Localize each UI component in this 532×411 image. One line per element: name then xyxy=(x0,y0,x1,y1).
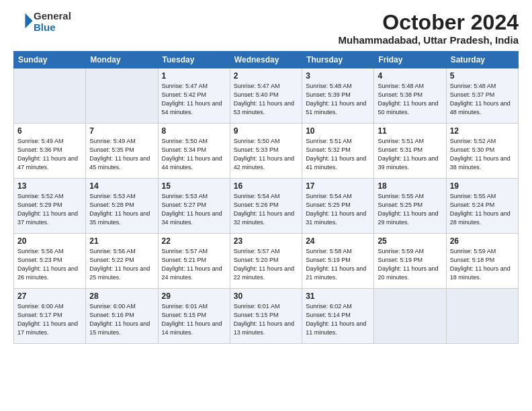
logo: General Blue xyxy=(13,11,71,33)
calendar-week-row: 20 Sunrise: 5:56 AM Sunset: 5:23 PM Dayl… xyxy=(14,234,519,289)
day-number: 14 xyxy=(89,181,154,191)
weekday-header: Thursday xyxy=(302,52,374,68)
calendar-cell: 11 Sunrise: 5:51 AM Sunset: 5:31 PM Dayl… xyxy=(374,124,446,179)
cell-info: Sunrise: 5:51 AM Sunset: 5:31 PM Dayligh… xyxy=(378,137,442,172)
cell-info: Sunrise: 5:56 AM Sunset: 5:22 PM Dayligh… xyxy=(89,247,154,282)
day-number: 29 xyxy=(162,291,226,301)
calendar-cell xyxy=(86,68,158,124)
calendar-cell: 31 Sunrise: 6:02 AM Sunset: 5:14 PM Dayl… xyxy=(302,289,374,344)
weekday-header: Tuesday xyxy=(158,52,230,68)
cell-info: Sunrise: 5:54 AM Sunset: 5:26 PM Dayligh… xyxy=(234,192,298,227)
calendar-cell: 24 Sunrise: 5:58 AM Sunset: 5:19 PM Dayl… xyxy=(302,234,374,289)
day-number: 19 xyxy=(450,181,515,191)
calendar-cell: 20 Sunrise: 5:56 AM Sunset: 5:23 PM Dayl… xyxy=(14,234,86,289)
calendar-cell: 30 Sunrise: 6:01 AM Sunset: 5:15 PM Dayl… xyxy=(230,289,302,344)
day-number: 7 xyxy=(89,126,154,136)
day-number: 3 xyxy=(306,71,370,81)
cell-info: Sunrise: 5:57 AM Sunset: 5:21 PM Dayligh… xyxy=(162,247,226,282)
weekday-header: Wednesday xyxy=(230,52,302,68)
cell-info: Sunrise: 5:48 AM Sunset: 5:37 PM Dayligh… xyxy=(450,82,515,117)
calendar-cell: 17 Sunrise: 5:54 AM Sunset: 5:25 PM Dayl… xyxy=(302,179,374,234)
calendar-cell: 9 Sunrise: 5:50 AM Sunset: 5:33 PM Dayli… xyxy=(230,124,302,179)
day-number: 26 xyxy=(450,236,515,246)
day-number: 11 xyxy=(378,126,442,136)
cell-info: Sunrise: 5:59 AM Sunset: 5:18 PM Dayligh… xyxy=(450,247,515,282)
calendar-cell xyxy=(446,289,518,344)
logo-icon xyxy=(15,11,34,30)
day-number: 24 xyxy=(306,236,370,246)
svg-marker-0 xyxy=(25,13,32,28)
cell-info: Sunrise: 5:56 AM Sunset: 5:23 PM Dayligh… xyxy=(17,247,82,282)
calendar-cell: 3 Sunrise: 5:48 AM Sunset: 5:39 PM Dayli… xyxy=(302,68,374,124)
cell-info: Sunrise: 6:02 AM Sunset: 5:14 PM Dayligh… xyxy=(306,302,370,337)
cell-info: Sunrise: 6:00 AM Sunset: 5:17 PM Dayligh… xyxy=(17,302,82,337)
day-number: 2 xyxy=(234,71,298,81)
calendar-cell: 14 Sunrise: 5:53 AM Sunset: 5:28 PM Dayl… xyxy=(86,179,158,234)
day-number: 12 xyxy=(450,126,515,136)
cell-info: Sunrise: 5:55 AM Sunset: 5:24 PM Dayligh… xyxy=(450,192,515,227)
day-number: 20 xyxy=(17,236,82,246)
cell-info: Sunrise: 5:47 AM Sunset: 5:42 PM Dayligh… xyxy=(162,82,226,117)
logo-blue: Blue xyxy=(34,22,71,34)
cell-info: Sunrise: 5:52 AM Sunset: 5:30 PM Dayligh… xyxy=(450,137,515,172)
day-number: 28 xyxy=(89,291,154,301)
calendar-cell: 15 Sunrise: 5:53 AM Sunset: 5:27 PM Dayl… xyxy=(158,179,230,234)
calendar-week-row: 6 Sunrise: 5:49 AM Sunset: 5:36 PM Dayli… xyxy=(14,124,519,179)
day-number: 18 xyxy=(378,181,442,191)
calendar-cell: 18 Sunrise: 5:55 AM Sunset: 5:25 PM Dayl… xyxy=(374,179,446,234)
calendar-cell: 13 Sunrise: 5:52 AM Sunset: 5:29 PM Dayl… xyxy=(14,179,86,234)
day-number: 17 xyxy=(306,181,370,191)
day-number: 30 xyxy=(234,291,298,301)
calendar-cell: 1 Sunrise: 5:47 AM Sunset: 5:42 PM Dayli… xyxy=(158,68,230,124)
day-number: 8 xyxy=(162,126,226,136)
cell-info: Sunrise: 5:49 AM Sunset: 5:36 PM Dayligh… xyxy=(17,137,82,172)
cell-info: Sunrise: 5:48 AM Sunset: 5:39 PM Dayligh… xyxy=(306,82,370,117)
day-number: 16 xyxy=(234,181,298,191)
calendar-cell: 16 Sunrise: 5:54 AM Sunset: 5:26 PM Dayl… xyxy=(230,179,302,234)
header: General Blue October 2024 Muhammadabad, … xyxy=(13,11,519,46)
month-title: October 2024 xyxy=(339,11,519,34)
calendar-week-row: 27 Sunrise: 6:00 AM Sunset: 5:17 PM Dayl… xyxy=(14,289,519,344)
calendar-cell: 27 Sunrise: 6:00 AM Sunset: 5:17 PM Dayl… xyxy=(14,289,86,344)
cell-info: Sunrise: 5:51 AM Sunset: 5:32 PM Dayligh… xyxy=(306,137,370,172)
day-number: 31 xyxy=(306,291,370,301)
calendar-cell: 5 Sunrise: 5:48 AM Sunset: 5:37 PM Dayli… xyxy=(446,68,518,124)
calendar-cell: 28 Sunrise: 6:00 AM Sunset: 5:16 PM Dayl… xyxy=(86,289,158,344)
calendar-cell: 25 Sunrise: 5:59 AM Sunset: 5:19 PM Dayl… xyxy=(374,234,446,289)
cell-info: Sunrise: 5:50 AM Sunset: 5:33 PM Dayligh… xyxy=(234,137,298,172)
calendar-cell: 22 Sunrise: 5:57 AM Sunset: 5:21 PM Dayl… xyxy=(158,234,230,289)
calendar-cell: 2 Sunrise: 5:47 AM Sunset: 5:40 PM Dayli… xyxy=(230,68,302,124)
location-title: Muhammadabad, Uttar Pradesh, India xyxy=(339,34,519,46)
cell-info: Sunrise: 5:47 AM Sunset: 5:40 PM Dayligh… xyxy=(234,82,298,117)
weekday-header: Monday xyxy=(86,52,158,68)
calendar-cell: 19 Sunrise: 5:55 AM Sunset: 5:24 PM Dayl… xyxy=(446,179,518,234)
day-number: 9 xyxy=(234,126,298,136)
cell-info: Sunrise: 5:53 AM Sunset: 5:28 PM Dayligh… xyxy=(89,192,154,227)
cell-info: Sunrise: 6:00 AM Sunset: 5:16 PM Dayligh… xyxy=(89,302,154,337)
cell-info: Sunrise: 5:50 AM Sunset: 5:34 PM Dayligh… xyxy=(162,137,226,172)
logo-general: General xyxy=(34,11,71,22)
cell-info: Sunrise: 5:53 AM Sunset: 5:27 PM Dayligh… xyxy=(162,192,226,227)
calendar-cell: 21 Sunrise: 5:56 AM Sunset: 5:22 PM Dayl… xyxy=(86,234,158,289)
title-block: October 2024 Muhammadabad, Uttar Pradesh… xyxy=(339,11,519,46)
day-number: 6 xyxy=(17,126,82,136)
day-number: 10 xyxy=(306,126,370,136)
cell-info: Sunrise: 5:55 AM Sunset: 5:25 PM Dayligh… xyxy=(378,192,442,227)
cell-info: Sunrise: 5:59 AM Sunset: 5:19 PM Dayligh… xyxy=(378,247,442,282)
cell-info: Sunrise: 5:54 AM Sunset: 5:25 PM Dayligh… xyxy=(306,192,370,227)
weekday-header: Sunday xyxy=(14,52,86,68)
day-number: 4 xyxy=(378,71,442,81)
page: General Blue October 2024 Muhammadabad, … xyxy=(0,0,532,411)
cell-info: Sunrise: 5:57 AM Sunset: 5:20 PM Dayligh… xyxy=(234,247,298,282)
day-number: 15 xyxy=(162,181,226,191)
day-number: 27 xyxy=(17,291,82,301)
calendar-cell: 26 Sunrise: 5:59 AM Sunset: 5:18 PM Dayl… xyxy=(446,234,518,289)
calendar-cell: 23 Sunrise: 5:57 AM Sunset: 5:20 PM Dayl… xyxy=(230,234,302,289)
day-number: 21 xyxy=(89,236,154,246)
calendar-cell: 4 Sunrise: 5:48 AM Sunset: 5:38 PM Dayli… xyxy=(374,68,446,124)
calendar-week-row: 13 Sunrise: 5:52 AM Sunset: 5:29 PM Dayl… xyxy=(14,179,519,234)
calendar: SundayMondayTuesdayWednesdayThursdayFrid… xyxy=(13,51,519,344)
day-number: 22 xyxy=(162,236,226,246)
cell-info: Sunrise: 5:58 AM Sunset: 5:19 PM Dayligh… xyxy=(306,247,370,282)
weekday-header: Saturday xyxy=(446,52,518,68)
